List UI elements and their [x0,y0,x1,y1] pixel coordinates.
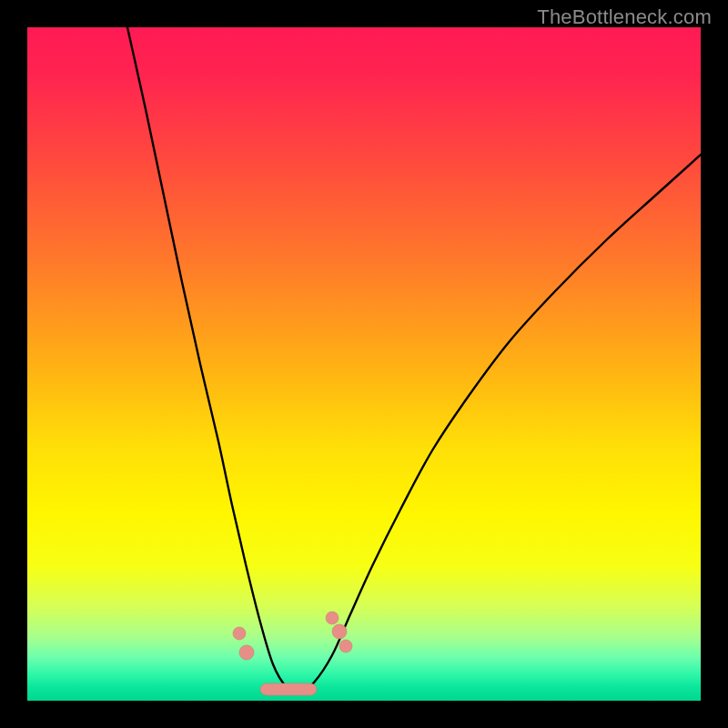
watermark-text: TheBottleneck.com [537,5,712,29]
marker-bottom-bar [260,683,317,695]
curve-layer [27,27,701,701]
bottleneck-curve [127,27,701,692]
marker-left-0 [233,627,246,640]
marker-right-0 [326,612,339,624]
marker-right-2 [339,640,352,652]
marker-left-1 [239,645,254,660]
plot-frame [27,27,701,701]
marker-right-1 [332,624,347,639]
